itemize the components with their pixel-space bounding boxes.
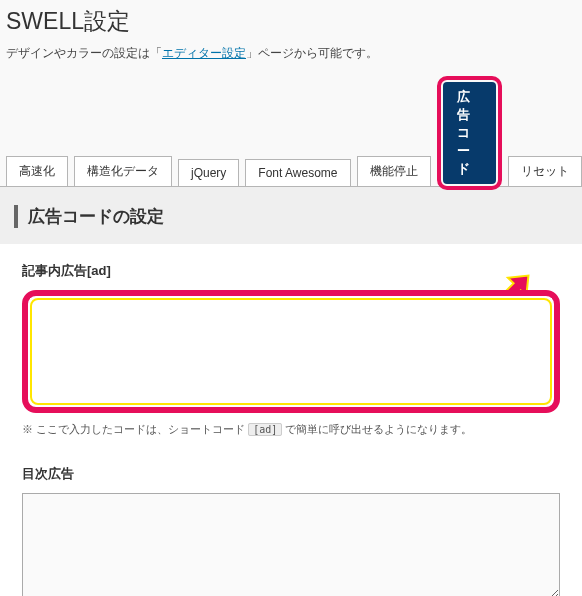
subtitle-prefix: デザインやカラーの設定は「 xyxy=(6,46,162,60)
tab-ad-code-highlight: 広告コード xyxy=(437,76,503,190)
tab-structured-data[interactable]: 構造化データ xyxy=(74,156,172,187)
tab-speed[interactable]: 高速化 xyxy=(6,156,68,187)
shortcode-sample: [ad] xyxy=(248,423,282,436)
editor-settings-link[interactable]: エディター設定 xyxy=(162,46,246,60)
ad-in-article-label: 記事内広告[ad] xyxy=(22,262,560,280)
tabs: 高速化 構造化データ jQuery Font Awesome 機能停止 広告コー… xyxy=(6,76,582,186)
field-toc-ad: 目次広告 ※ 目次の直前または直後に挿入する広告コード。（目次が非表示の場合は最… xyxy=(22,465,560,596)
tab-font-awesome[interactable]: Font Awesome xyxy=(245,159,350,187)
subtitle: デザインやカラーの設定は「エディター設定」ページから可能です。 xyxy=(0,37,582,76)
toc-ad-label: 目次広告 xyxy=(22,465,560,483)
section-heading: 広告コードの設定 xyxy=(14,205,568,228)
tab-reset[interactable]: リセット xyxy=(508,156,582,187)
form-area: 記事内広告[ad] ※ ここで入力したコードは、ショートコード [ad] で簡単… xyxy=(0,244,582,596)
page-title: SWELL設定 xyxy=(0,0,582,37)
ad-in-article-textarea[interactable] xyxy=(30,298,552,402)
help-suffix: で簡単に呼び出せるようになります。 xyxy=(285,423,472,435)
field-ad-in-article: 記事内広告[ad] ※ ここで入力したコードは、ショートコード [ad] で簡単… xyxy=(22,262,560,439)
tab-jquery[interactable]: jQuery xyxy=(178,159,239,187)
subtitle-suffix: 」ページから可能です。 xyxy=(246,46,378,60)
ad-in-article-highlight xyxy=(22,290,560,413)
ad-in-article-help: ※ ここで入力したコードは、ショートコード [ad] で簡単に呼び出せるようにな… xyxy=(22,421,560,439)
tab-ad-code[interactable]: 広告コード xyxy=(443,82,497,184)
toc-ad-textarea[interactable] xyxy=(22,493,560,596)
tab-disable-features[interactable]: 機能停止 xyxy=(357,156,431,187)
help-prefix: ※ ここで入力したコードは、ショートコード xyxy=(22,423,248,435)
tabs-container: 高速化 構造化データ jQuery Font Awesome 機能停止 広告コー… xyxy=(0,76,582,187)
section-header-wrap: 広告コードの設定 xyxy=(0,187,582,244)
